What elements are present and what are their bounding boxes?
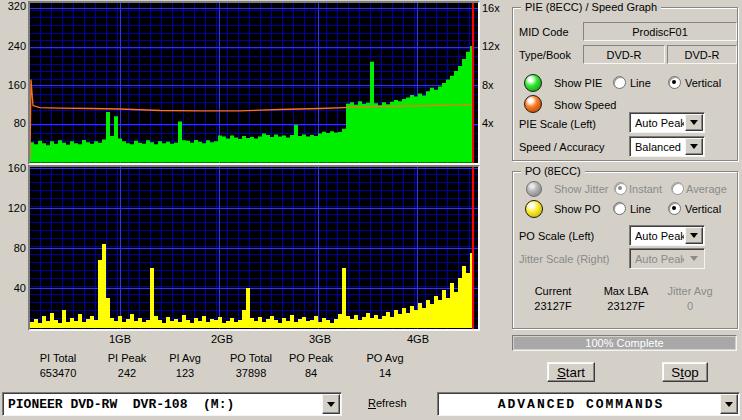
speed-ytick-8x: 8x <box>482 79 508 91</box>
jitter-avg-label: Jitter Avg <box>658 285 722 297</box>
jitter-avg-value: 0 <box>658 300 722 312</box>
speed-ytick-4x: 4x <box>482 117 508 129</box>
po-groupbox: PO (8ECC) Show Jitter Instant Average Sh… <box>512 171 738 329</box>
show-jitter-led <box>526 181 542 197</box>
xtick-2gb: 2GB <box>205 333 239 345</box>
xtick-1gb: 1GB <box>103 333 137 345</box>
pie-group-title: PIE (8ECC) / Speed Graph <box>521 1 661 13</box>
stat-pi-peak-label: PI Peak <box>94 352 160 364</box>
speed-ytick-12x: 12x <box>482 40 508 52</box>
stat-pi-peak-value: 242 <box>94 367 160 379</box>
show-speed-led[interactable] <box>524 95 542 113</box>
stat-pi-avg-value: 123 <box>152 367 218 379</box>
speed-accuracy-select[interactable]: Balanced <box>629 136 705 157</box>
chevron-down-icon <box>690 144 698 149</box>
pie-ytick-320: 320 <box>0 0 26 12</box>
stat-pi-total-label: PI Total <box>25 352 91 364</box>
current-value: 23127F <box>523 300 583 312</box>
po-ytick-80: 80 <box>0 242 26 254</box>
jitter-instant-radio <box>614 182 627 195</box>
max-lba-label: Max LBA <box>596 285 656 297</box>
scan-progress-bar: 100% Complete <box>512 335 737 351</box>
pie-ytick-160: 160 <box>0 79 26 91</box>
stop-button[interactable]: Stop <box>662 362 708 382</box>
pie-ytick-80: 80 <box>0 117 26 129</box>
po-line-label[interactable]: Line <box>630 203 651 215</box>
stat-po-avg-label: PO Avg <box>352 352 418 364</box>
chevron-down-icon <box>690 120 698 125</box>
po-scale-label: PO Scale (Left) <box>519 230 594 242</box>
po-scale-select[interactable]: Auto Peak <box>629 225 705 246</box>
pie-scale-value: Auto Peak <box>630 117 684 129</box>
mid-code-field: ProdiscF01 <box>583 22 737 41</box>
po-graph <box>28 165 480 331</box>
po-vertical-radio[interactable] <box>668 202 681 215</box>
book-type-value: DVD-R <box>685 49 720 61</box>
drive-select[interactable]: PIONEER DVD-RW DVR-108 (M:) <box>2 392 342 416</box>
current-label: Current <box>523 285 583 297</box>
chevron-down-icon <box>690 233 698 238</box>
jitter-scale-value: Auto Peak <box>630 253 684 265</box>
chevron-down-icon <box>327 402 335 407</box>
po-vertical-label[interactable]: Vertical <box>685 203 721 215</box>
speed-accuracy-label: Speed / Accuracy <box>519 141 605 153</box>
speed-accuracy-dropdown-button[interactable] <box>685 138 703 155</box>
start-button[interactable]: Start <box>547 362 595 382</box>
pie-line-radio[interactable] <box>613 76 626 89</box>
max-lba-value: 23127F <box>596 300 656 312</box>
pie-error-bars <box>30 46 478 163</box>
po-scale-value: Auto Peak <box>630 230 684 242</box>
pie-speed-graph <box>28 1 480 165</box>
stat-po-peak-label: PO Peak <box>278 352 344 364</box>
show-po-led[interactable] <box>525 200 543 218</box>
pie-speed-groupbox: PIE (8ECC) / Speed Graph MID Code Prodis… <box>512 7 738 161</box>
disc-type-value: DVD-R <box>607 49 642 61</box>
book-type-field: DVD-R <box>667 45 737 64</box>
po-error-bars <box>30 244 478 328</box>
disc-type-field: DVD-R <box>583 45 665 64</box>
jitter-average-radio <box>671 182 684 195</box>
stat-po-avg-value: 14 <box>352 367 418 379</box>
show-pie-led[interactable] <box>524 74 542 92</box>
po-ytick-160: 160 <box>0 162 26 174</box>
pie-ytick-240: 240 <box>0 40 26 52</box>
po-bars-chart <box>30 167 478 329</box>
stat-po-peak-value: 84 <box>278 367 344 379</box>
type-book-label: Type/Book <box>519 49 571 61</box>
scan-progress-fill: 100% Complete <box>514 337 735 349</box>
stat-pi-avg-label: PI Avg <box>152 352 218 364</box>
chevron-down-icon <box>725 402 733 407</box>
pie-line-label[interactable]: Line <box>630 77 651 89</box>
chevron-down-icon <box>690 256 698 261</box>
advanced-commands-select[interactable]: ADVANCED COMMANDS <box>437 392 740 416</box>
po-group-title: PO (8ECC) <box>521 165 585 177</box>
pie-scale-label: PIE Scale (Left) <box>519 118 596 130</box>
disc-quality-scan-window: 320 240 160 80 16x 12x 8x 4x 160 120 80 … <box>0 0 742 420</box>
scan-progress-text: 100% Complete <box>585 337 663 349</box>
jitter-scale-select: Auto Peak <box>629 248 705 269</box>
show-speed-label: Show Speed <box>554 99 616 111</box>
advanced-commands-dropdown-button[interactable] <box>720 394 738 414</box>
po-scale-dropdown-button[interactable] <box>685 227 703 244</box>
pie-bars-chart <box>30 3 478 163</box>
speed-accuracy-value: Balanced <box>630 141 684 153</box>
show-jitter-label: Show Jitter <box>554 183 608 195</box>
refresh-button[interactable]: Refresh <box>368 397 407 409</box>
pie-scale-select[interactable]: Auto Peak <box>629 112 705 133</box>
po-ytick-40: 40 <box>0 282 26 294</box>
drive-dropdown-button[interactable] <box>322 394 340 414</box>
pie-vertical-label[interactable]: Vertical <box>685 77 721 89</box>
scan-cursor-bottom <box>472 167 474 329</box>
pie-graph-grid <box>30 3 478 163</box>
xtick-3gb: 3GB <box>303 333 337 345</box>
mid-code-label: MID Code <box>519 26 569 38</box>
advanced-commands-value: ADVANCED COMMANDS <box>438 397 719 412</box>
pie-vertical-radio[interactable] <box>668 76 681 89</box>
drive-select-value: PIONEER DVD-RW DVR-108 (M:) <box>3 397 321 412</box>
po-ytick-120: 120 <box>0 202 26 214</box>
po-line-radio[interactable] <box>613 202 626 215</box>
stat-pi-total-value: 653470 <box>25 367 91 379</box>
show-pie-label: Show PIE <box>554 77 602 89</box>
pie-scale-dropdown-button[interactable] <box>685 114 703 131</box>
mid-code-value: ProdiscF01 <box>632 26 688 38</box>
